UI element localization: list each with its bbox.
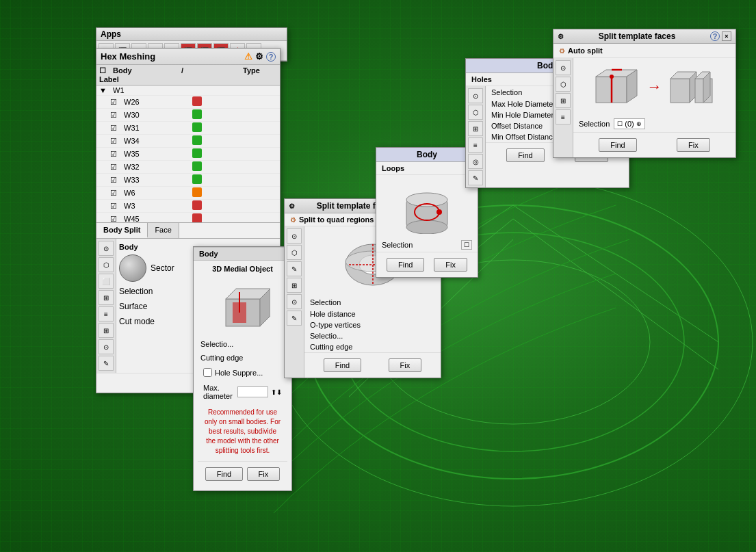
auto-icon-c[interactable]: ⊞ xyxy=(556,93,571,108)
holes-icon-f[interactable]: ✎ xyxy=(468,170,483,185)
side-icon-2[interactable]: ⬡ xyxy=(99,257,114,272)
help-icon-auto[interactable]: ? xyxy=(710,31,720,41)
hex-meshing-header: Hex Meshing ⚠ ⚙ ? xyxy=(96,49,280,65)
selection-row-loops: Selection ☐ xyxy=(376,238,478,252)
loops-btn-row: Find Fix xyxy=(376,252,478,277)
selection-row-1: Selection xyxy=(304,296,441,308)
table-row[interactable]: ☑W45 xyxy=(96,213,280,222)
settings-icon[interactable]: ⚙ xyxy=(255,51,263,62)
split-icon-f[interactable]: ✎ xyxy=(287,311,302,326)
hex-table-body[interactable]: ▼W1 ☑W26 ☑W30 ☑W31 ☑W34 ☑W35 ☑W32 ☑W33 ☑… xyxy=(96,86,280,222)
selection-icon-loops[interactable]: ☐ xyxy=(461,240,472,250)
cut-mode-label: Cut mode xyxy=(119,317,155,326)
body-panel-header: Body xyxy=(194,247,291,261)
cutting-edge-label: Cutting edge xyxy=(200,354,243,362)
table-row[interactable]: ☑W32 xyxy=(96,161,280,174)
table-row[interactable]: ☑W33 xyxy=(96,174,280,187)
side-icon-8[interactable]: ✎ xyxy=(99,356,114,371)
table-row[interactable]: ☑W26 xyxy=(96,96,280,109)
split-icon-d[interactable]: ⊞ xyxy=(287,278,302,293)
auto-icon-b[interactable]: ⬡ xyxy=(556,77,571,92)
cutting-edge-label-1: Cutting edge xyxy=(310,343,352,351)
medial-object-preview xyxy=(198,276,287,336)
side-icon-5[interactable]: ≡ xyxy=(99,306,114,321)
table-row[interactable]: ☑W31 xyxy=(96,122,280,135)
cutting-edge-row: Cutting edge xyxy=(198,352,287,363)
table-row[interactable]: ☑W6 xyxy=(96,187,280,200)
tab-body-split[interactable]: Body Split xyxy=(96,223,148,238)
help-icon[interactable]: ? xyxy=(266,52,276,62)
tab-face[interactable]: Face xyxy=(148,223,179,238)
hole-suppress-checkbox[interactable] xyxy=(203,368,212,377)
split-icon-e[interactable]: ⊙ xyxy=(287,294,302,309)
holes-icon-e[interactable]: ◎ xyxy=(468,154,483,169)
svg-point-21 xyxy=(406,220,447,234)
find-button-auto[interactable]: Find xyxy=(599,138,636,152)
selection-counter[interactable]: ☐ (0) ⊕ xyxy=(614,118,644,129)
auto-split-icon: ⚙ xyxy=(558,33,564,40)
split-panel-2: Body Loops Selection ☐ Find Fix xyxy=(376,147,478,278)
side-icon-7[interactable]: ⊙ xyxy=(99,339,114,354)
side-icon-4[interactable]: ⊞ xyxy=(99,290,114,305)
block-after-svg xyxy=(669,66,717,107)
close-btn-auto[interactable]: × xyxy=(722,31,731,41)
find-button-1[interactable]: Find xyxy=(324,358,361,372)
auto-split-content: → Selection ☐ (0) xyxy=(573,58,735,157)
fix-button-loops[interactable]: Fix xyxy=(434,258,467,272)
holes-icon-d[interactable]: ≡ xyxy=(468,137,483,153)
min-offset-label: Min Offset Distance xyxy=(491,133,557,141)
otype-row: O-type vertices xyxy=(304,319,441,330)
table-row[interactable]: ▼W1 xyxy=(96,86,280,96)
auto-icon-a[interactable]: ⊙ xyxy=(556,60,571,75)
svg-rect-30 xyxy=(670,79,690,103)
col-checkbox: ☐ xyxy=(99,66,113,75)
svg-point-29 xyxy=(610,75,614,79)
find-button-holes[interactable]: Find xyxy=(506,148,544,162)
table-row[interactable]: ☑W34 xyxy=(96,135,280,148)
selection-label-body: Selectio... xyxy=(200,340,233,348)
table-row[interactable]: ☑W35 xyxy=(96,148,280,161)
otype-label: O-type vertices xyxy=(310,321,361,329)
side-icon-3[interactable]: ⬜ xyxy=(99,274,114,289)
selection-label: Selection xyxy=(119,287,153,296)
holes-icon-a[interactable]: ⊙ xyxy=(468,88,483,103)
body-panel-2-header: Body xyxy=(376,148,478,162)
medial-object-label: 3D Medial Object xyxy=(198,265,287,273)
auto-split-body: ⊙ ⬡ ⊞ ≡ xyxy=(553,58,735,157)
body-panel-content: 3D Medial Object Selectio... Cutting edg… xyxy=(194,261,291,490)
fix-button-body[interactable]: Fix xyxy=(247,467,281,481)
col-body[interactable]: Body xyxy=(113,66,181,75)
hex-tabs[interactable]: Body Split Face xyxy=(96,222,280,239)
arrow-icon: → xyxy=(647,78,662,96)
auto-split-title: Split template faces xyxy=(599,31,676,41)
fix-button-auto[interactable]: Fix xyxy=(677,138,710,152)
max-hole-label: Max Hole Diameter xyxy=(491,100,556,108)
selection-label-auto: Selection xyxy=(579,120,610,128)
auto-split-preview: → xyxy=(573,58,735,116)
auto-split-btn-row: Find Fix xyxy=(573,132,735,157)
fix-button-1[interactable]: Fix xyxy=(389,358,422,372)
holes-icon-c[interactable]: ⊞ xyxy=(468,121,483,136)
split-icon-c[interactable]: ✎ xyxy=(287,261,302,276)
hex-table-header: ☐ Body / Type Label xyxy=(96,65,280,86)
diameter-input[interactable]: 33.8 xyxy=(237,386,268,397)
holes-icon-b[interactable]: ⬡ xyxy=(468,105,483,120)
sector-label: Sector xyxy=(151,263,174,273)
split-icon-a[interactable]: ⊙ xyxy=(287,228,302,244)
table-row[interactable]: ☑W3 xyxy=(96,200,280,213)
warning-icon: ⚠ xyxy=(244,51,252,62)
selection-row-2: Selectio... xyxy=(304,330,441,341)
find-button-body[interactable]: Find xyxy=(205,467,243,481)
diameter-spinner[interactable]: ⬆⬇ xyxy=(271,389,282,396)
find-button-loops[interactable]: Find xyxy=(387,258,424,272)
body-medial-panel: Body 3D Medial Object Selectio... Cuttin… xyxy=(193,246,292,491)
side-icon-6[interactable]: ⊞ xyxy=(99,323,114,338)
side-icon-1[interactable]: ⊙ xyxy=(99,241,114,256)
table-row[interactable]: ☑W30 xyxy=(96,109,280,122)
split-icon-b[interactable]: ⬡ xyxy=(287,245,302,260)
selection-count: (0) xyxy=(625,120,634,128)
auto-icon-d[interactable]: ≡ xyxy=(556,109,571,124)
split-btn-row-1: Find Fix xyxy=(304,352,441,378)
auto-split-panel: ⚙ Split template faces ? × ⚙ Auto split … xyxy=(553,29,736,158)
split-mode-1: Split to quad regions xyxy=(299,215,374,224)
